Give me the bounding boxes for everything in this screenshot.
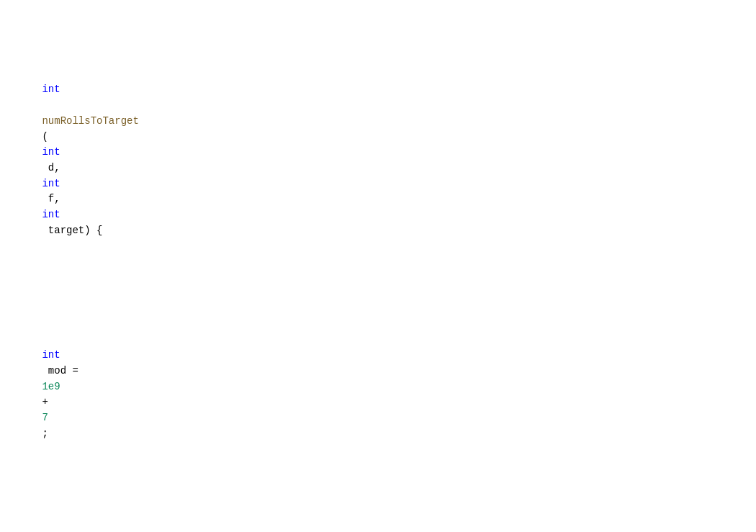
code-line-3: //vector<vector<int>> dp(d+1,vector<int>…	[0, 520, 756, 532]
code-line-2: int mod = 1e9 + 7 ;	[0, 317, 756, 457]
keyword-int: int	[42, 84, 60, 95]
code-container: int numRollsToTarget ( int d, int f, int…	[0, 0, 756, 532]
code-line-1: int numRollsToTarget ( int d, int f, int…	[0, 67, 756, 254]
function-name: numRollsToTarget	[42, 115, 138, 127]
